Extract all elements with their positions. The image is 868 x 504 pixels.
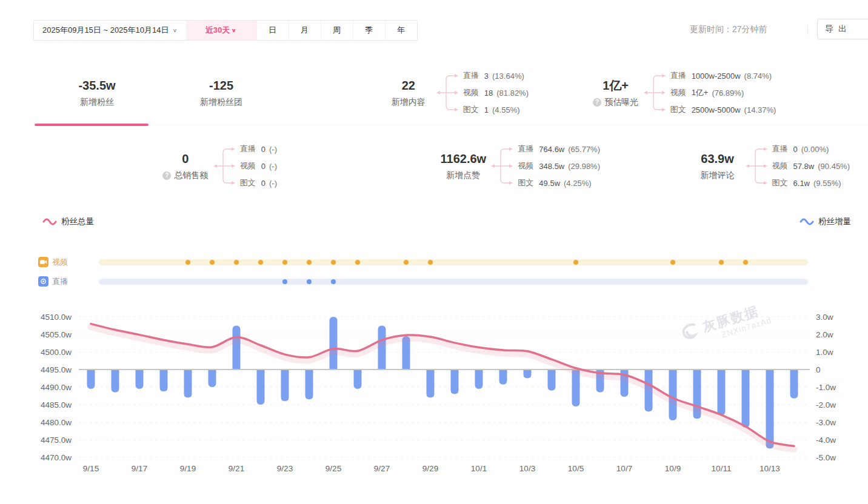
x-axis-tick: 9/29 (422, 464, 438, 473)
x-axis-tick: 9/23 (277, 464, 293, 473)
increment-bar (305, 370, 313, 399)
left-axis-tick: 4510.0w (41, 313, 72, 322)
right-axis-tick: 2.0w (816, 330, 833, 339)
x-axis-tick: 9/19 (180, 464, 196, 473)
x-axis-tick: 10/9 (665, 464, 681, 473)
increment-bar (184, 370, 192, 397)
left-axis-tick: 4505.0w (41, 330, 72, 339)
right-axis-tick: -5.0w (816, 453, 836, 462)
right-axis-tick: -4.0w (816, 436, 836, 445)
x-axis-tick: 9/27 (374, 464, 390, 473)
increment-bar (427, 370, 435, 397)
increment-bar (136, 370, 144, 389)
increment-bar (209, 370, 216, 387)
x-axis-tick: 10/11 (712, 464, 732, 473)
x-axis-tick: 9/21 (229, 464, 244, 473)
increment-bar (354, 370, 362, 389)
increment-bar (742, 370, 750, 428)
x-axis-tick: 10/1 (471, 464, 487, 473)
increment-bar (669, 370, 677, 420)
increment-bar (475, 370, 483, 389)
left-axis-tick: 4500.0w (41, 348, 72, 357)
increment-bar (548, 370, 556, 391)
right-axis-tick: -2.0w (816, 400, 836, 409)
x-axis-tick: 10/7 (616, 464, 632, 473)
increment-bar (257, 370, 265, 405)
x-axis-tick: 9/25 (326, 464, 341, 473)
increment-bar (281, 370, 289, 401)
increment-bar (499, 370, 507, 385)
right-axis-tick: 3.0w (816, 313, 833, 322)
increment-bar (524, 370, 532, 379)
x-axis-tick: 9/17 (132, 464, 147, 473)
right-axis-tick: -1.0w (816, 383, 836, 392)
increment-bar (790, 370, 798, 399)
left-axis-tick: 4480.0w (41, 418, 72, 427)
increment-bar (233, 326, 241, 370)
left-axis-tick: 4475.0w (41, 436, 72, 445)
left-axis-tick: 4495.0w (41, 365, 72, 374)
increment-bar (330, 317, 338, 370)
increment-bar (112, 370, 119, 393)
x-axis-tick: 9/15 (83, 464, 99, 473)
increment-bar (766, 370, 774, 449)
increment-bar (718, 370, 726, 415)
increment-bar (160, 370, 168, 391)
x-axis-tick: 10/5 (568, 464, 584, 473)
x-axis-tick: 10/13 (760, 464, 780, 473)
right-axis-tick: 0 (816, 365, 821, 374)
increment-bar (87, 370, 95, 389)
fan-analytics-dashboard: 2025年09月15日 ~ 2025年10月14日 ∨ 近30天 ∨ 日 月 周… (0, 0, 868, 504)
left-axis-tick: 4485.0w (41, 400, 72, 409)
left-axis-tick: 4470.0w (41, 453, 72, 462)
x-axis-tick: 10/3 (519, 464, 535, 473)
fans-trend-chart[interactable]: 4510.0w3.0w4505.0w2.0w4500.0w1.0w4495.0w… (0, 0, 868, 504)
right-axis-tick: 1.0w (816, 348, 833, 357)
left-axis-tick: 4490.0w (41, 383, 72, 392)
increment-bar (451, 370, 459, 394)
right-axis-tick: -3.0w (816, 418, 836, 427)
